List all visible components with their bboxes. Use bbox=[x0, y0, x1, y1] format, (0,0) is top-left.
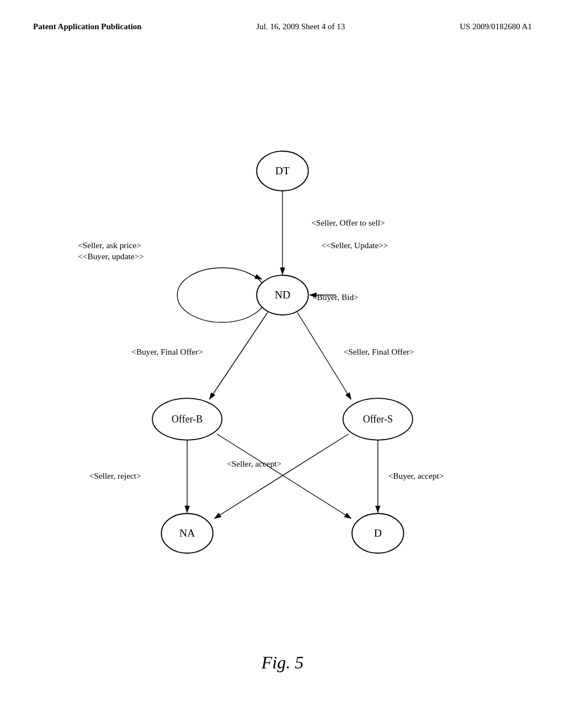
label-buyer-accept: <Buyer, accept> bbox=[388, 471, 444, 480]
publication-label: Patent Application Publication bbox=[33, 22, 142, 31]
label-seller-final-offer: <Seller, Final Offer> bbox=[344, 347, 414, 356]
label-seller-update: <<Seller, Update>> bbox=[321, 240, 388, 250]
node-nd-label: ND bbox=[275, 288, 291, 301]
label-seller-reject: <Seller, reject> bbox=[89, 471, 141, 480]
date-sheet-label: Jul. 16, 2009 Sheet 4 of 13 bbox=[257, 22, 345, 31]
node-d-label: D bbox=[374, 527, 382, 539]
label-buyer-update: <<Buyer, update>> bbox=[78, 251, 144, 261]
node-offerb-label: Offer-B bbox=[172, 414, 202, 425]
diagram-container: DT ND Offer-B Offer-S NA D <Seller, Offe… bbox=[0, 72, 565, 618]
node-offers-label: Offer-S bbox=[363, 414, 393, 425]
figure-caption: Fig. 5 bbox=[262, 652, 303, 673]
patent-number-label: US 2009/0182680 A1 bbox=[460, 22, 532, 31]
edge-offerb-d bbox=[217, 434, 351, 518]
label-seller-ask: <Seller, ask price> bbox=[78, 240, 141, 250]
state-diagram: DT ND Offer-B Offer-S NA D <Seller, Offe… bbox=[0, 72, 565, 618]
node-na-label: NA bbox=[179, 527, 195, 539]
edge-offers-na bbox=[215, 434, 349, 518]
label-dt-nd: <Seller, Offer to sell> bbox=[311, 218, 385, 227]
edge-nd-offers bbox=[297, 313, 351, 400]
label-buyer-final-offer: <Buyer, Final Offer> bbox=[131, 347, 203, 356]
label-buyer-bid: <Buyer, Bid> bbox=[312, 292, 359, 302]
page-header: Patent Application Publication Jul. 16, … bbox=[0, 0, 565, 31]
label-seller-accept: <Seller, accept> bbox=[227, 459, 281, 468]
nd-loop-ellipse bbox=[177, 268, 266, 323]
edge-nd-offerb bbox=[210, 313, 268, 400]
node-dt-label: DT bbox=[275, 164, 290, 176]
